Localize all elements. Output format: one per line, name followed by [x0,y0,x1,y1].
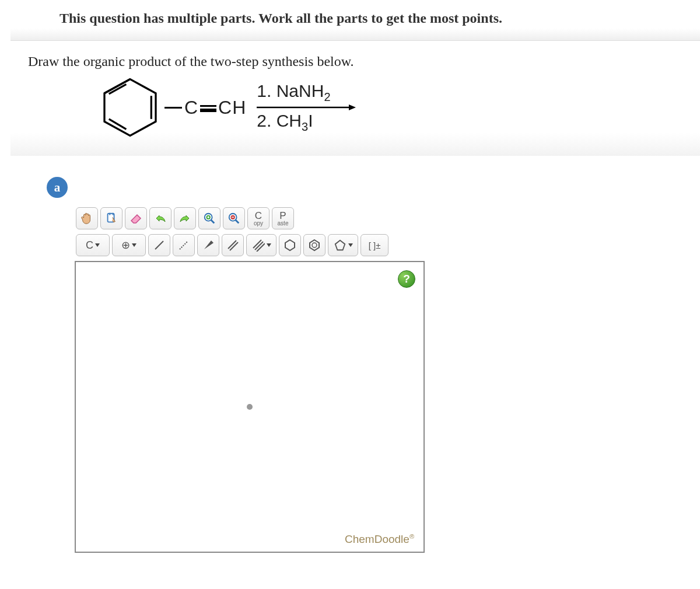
condition-step-2: 2. CH3I [257,111,356,134]
svg-marker-26 [310,240,319,250]
toolbar-row-1: C opy P aste [75,205,435,232]
benzene-ring-icon [307,238,321,252]
double-bond-icon [226,239,239,252]
eraser-icon [129,211,143,225]
svg-point-27 [312,243,317,248]
reaction-scheme: CCH 1. NaNH2 2. CH3I [28,69,682,140]
zoom-in-button[interactable] [198,207,220,229]
lasso-icon [105,212,118,225]
hexagon-ring-button[interactable] [279,234,301,256]
single-bond-button[interactable] [148,234,170,256]
dashed-bond-button[interactable] [173,234,195,256]
svg-marker-19 [204,241,214,249]
lasso-tool-button[interactable] [100,207,123,229]
charge-picker-button[interactable]: ⊕ [112,234,146,256]
svg-line-1 [104,79,130,93]
pentagon-ring-icon [334,239,346,252]
svg-line-9 [211,220,215,224]
chemdoodle-brand: ChemDoodle® [345,533,414,546]
benzene-ring-button[interactable] [303,234,326,256]
triple-bond-icon [252,239,265,252]
zoom-out-button[interactable] [223,207,245,229]
redo-icon [178,211,192,225]
eraser-tool-button[interactable] [125,207,147,229]
single-bond-icon [153,239,166,252]
paste-button[interactable]: P aste [272,207,294,229]
svg-marker-28 [335,241,345,250]
bond-connector [164,107,182,109]
canvas-center-dot [247,404,253,410]
chemdoodle-editor: C opy P aste C ⊕ [75,205,435,553]
reaction-conditions: 1. NaNH2 2. CH3I [257,81,356,134]
part-badge: a [47,177,68,198]
banner-text: This question has multiple parts. Work a… [60,11,502,26]
svg-line-14 [236,220,239,224]
redo-button[interactable] [174,207,196,229]
hand-tool-button[interactable] [76,207,98,229]
substituent-formula: CCH [184,97,246,119]
svg-marker-6 [349,104,356,110]
chevron-down-icon [348,243,353,247]
element-picker-button[interactable]: C [76,234,110,256]
banner: This question has multiple parts. Work a… [10,0,700,41]
double-bond-button[interactable] [222,234,244,256]
starting-material: CCH [98,75,246,140]
ring-picker-button[interactable] [328,234,358,256]
drawing-canvas[interactable]: ? ChemDoodle® [75,261,425,553]
chevron-down-icon [95,243,100,247]
bracket-charge-button[interactable]: [ ]± [360,234,388,256]
benzene-ring-icon [98,75,162,140]
zoom-in-icon [203,212,216,225]
question-text: Draw the organic product of the two-step… [28,54,682,69]
toolbar-row-2: C ⊕ [ ]± [75,232,435,259]
undo-icon [153,211,167,225]
question-area: Draw the organic product of the two-step… [10,41,700,156]
wedge-bond-button[interactable] [197,234,219,256]
svg-marker-0 [104,79,156,136]
zoom-out-icon [228,212,240,225]
hexagon-ring-icon [283,238,297,252]
chevron-down-icon [267,243,271,247]
dashed-bond-icon [177,239,190,252]
svg-line-17 [155,241,163,249]
hand-icon [80,212,93,225]
undo-button[interactable] [149,207,172,229]
triple-bond-button[interactable] [246,234,276,256]
svg-line-18 [180,241,188,249]
condition-step-1: 1. NaNH2 [257,81,356,104]
chevron-down-icon [132,243,136,247]
reaction-arrow-icon [257,104,356,111]
svg-marker-25 [285,240,295,250]
copy-button[interactable]: C opy [247,207,270,229]
help-button[interactable]: ? [398,270,415,288]
wedge-bond-icon [202,239,215,252]
